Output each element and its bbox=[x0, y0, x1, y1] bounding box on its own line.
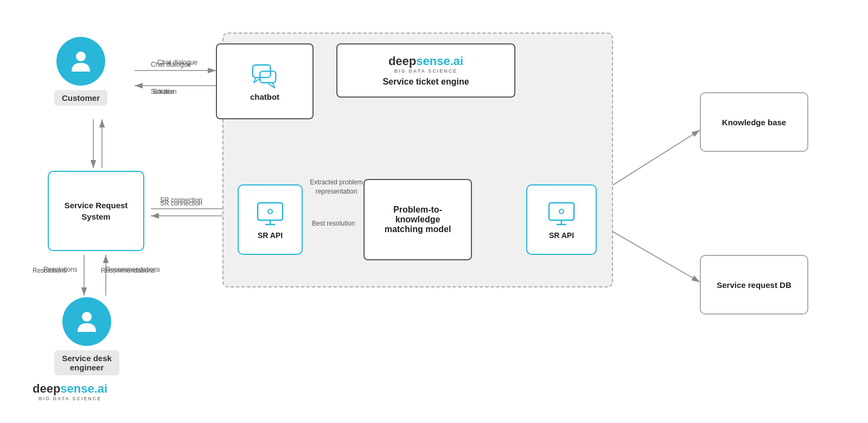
svg-point-23 bbox=[268, 209, 272, 214]
chatbot-label: chatbot bbox=[250, 92, 279, 101]
sr-api-left-label: SR API bbox=[258, 231, 283, 240]
bottom-logo: deepsense.ai BIG DATA SCIENCE bbox=[33, 382, 107, 401]
customer-person-icon bbox=[67, 48, 94, 75]
customer-node: Customer bbox=[54, 37, 107, 106]
customer-label: Customer bbox=[54, 90, 107, 106]
service-desk-node: Service desk engineer bbox=[54, 297, 119, 375]
svg-point-28 bbox=[76, 52, 86, 61]
sr-api-right-box: SR API bbox=[526, 184, 597, 255]
srs-label: Service Request System bbox=[60, 200, 132, 222]
service-request-db-label: Service request DB bbox=[717, 280, 792, 290]
diagram-container: Chat dialogue Solution SR connection Res… bbox=[0, 0, 868, 423]
sr-api-right-label: SR API bbox=[549, 231, 574, 240]
svg-rect-20 bbox=[258, 203, 283, 220]
service-request-db-box: Service request DB bbox=[700, 255, 808, 315]
service-ticket-engine-label: Service ticket engine bbox=[382, 77, 469, 87]
customer-icon-circle bbox=[56, 37, 105, 86]
label-solution-pos: Solution bbox=[153, 88, 176, 95]
chatbot-box: chatbot bbox=[216, 43, 314, 119]
svg-point-27 bbox=[559, 209, 564, 214]
service-desk-person-icon bbox=[73, 308, 100, 335]
matching-model-box: Problem-to-knowledge matching model bbox=[363, 179, 472, 260]
svg-point-29 bbox=[82, 312, 92, 322]
chat-icon bbox=[251, 62, 279, 90]
bottom-logo-text: deepsense.ai BIG DATA SCIENCE bbox=[33, 382, 107, 401]
ticket-engine-logo: deepsense.ai BIG DATA SCIENCE bbox=[388, 54, 463, 74]
label-recommendations-pos: Recommendations bbox=[101, 267, 155, 274]
knowledge-base-label: Knowledge base bbox=[722, 118, 786, 127]
label-sr-connection-pos: SR connection bbox=[160, 196, 202, 204]
label-best-resolution-pos: Best resolution bbox=[312, 220, 355, 227]
label-chat-dialogue-pos: Chat dialogue bbox=[142, 59, 213, 66]
srs-box: Service Request System bbox=[48, 171, 144, 251]
sr-api-left-box: SR API bbox=[238, 184, 303, 255]
service-ticket-engine-box: deepsense.ai BIG DATA SCIENCE Service ti… bbox=[336, 43, 515, 98]
monitor-icon-left bbox=[256, 200, 285, 229]
label-resolutions-pos: Resolutions bbox=[33, 267, 67, 274]
matching-model-label: Problem-to-knowledge matching model bbox=[375, 205, 460, 234]
svg-rect-24 bbox=[549, 203, 574, 220]
service-desk-icon-circle bbox=[62, 297, 111, 346]
monitor-icon-right bbox=[547, 200, 576, 229]
service-desk-label: Service desk engineer bbox=[54, 350, 119, 375]
label-extracted-pos: Extracted problem representation bbox=[307, 178, 366, 196]
knowledge-base-box: Knowledge base bbox=[700, 92, 808, 152]
